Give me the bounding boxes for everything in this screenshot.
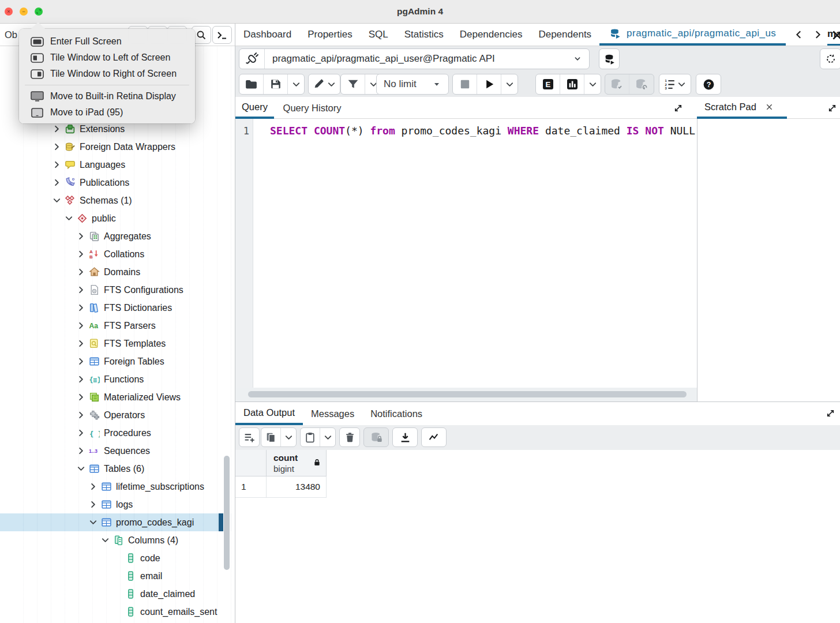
chevron-right-icon[interactable] — [76, 231, 86, 241]
tree-item-count-emails-sent[interactable]: count_emails_sent — [0, 603, 235, 621]
tree-item-public[interactable]: public — [0, 209, 235, 227]
chevron-down-icon[interactable] — [88, 517, 98, 527]
chevron-right-icon[interactable] — [76, 410, 86, 420]
tree-item-fts-dictionaries[interactable]: FTS Dictionaries — [0, 299, 235, 317]
chevron-right-icon[interactable] — [76, 356, 86, 366]
tree-item-code[interactable]: code — [0, 549, 235, 567]
add-row-button[interactable] — [239, 428, 259, 446]
tree-item-publications[interactable]: Publications — [0, 174, 235, 192]
save-options-chevron-button[interactable] — [288, 74, 304, 94]
execute-options-chevron-button[interactable] — [501, 74, 518, 94]
chevron-right-icon[interactable] — [76, 392, 86, 402]
tree-item-date-claimed[interactable]: date_claimed — [0, 585, 235, 603]
chevron-right-icon[interactable] — [52, 178, 62, 187]
chevron-right-icon[interactable] — [76, 321, 86, 331]
download-csv-button[interactable] — [393, 428, 417, 446]
tree-item-materialized-views[interactable]: Materialized Views — [0, 388, 235, 406]
close-scratch-pad-icon[interactable] — [764, 102, 775, 112]
tab-query-history[interactable]: Query History — [274, 97, 350, 119]
tree-item-email[interactable]: email — [0, 567, 235, 585]
main-tab-properties[interactable]: Properties — [299, 24, 360, 46]
macros-button[interactable]: 123 — [659, 74, 691, 94]
psql-tool-button[interactable] — [212, 26, 232, 44]
output-tab-notifications[interactable]: Notifications — [362, 402, 430, 425]
tree-item-collations[interactable]: ABCollations — [0, 245, 235, 263]
output-tab-messages[interactable]: Messages — [303, 402, 362, 425]
explain-options-chevron-button[interactable] — [584, 74, 601, 94]
tree-scrollbar[interactable] — [224, 456, 230, 570]
chevron-right-icon[interactable] — [88, 482, 98, 491]
new-connection-button[interactable] — [599, 48, 620, 69]
tab-query[interactable]: Query — [235, 97, 274, 119]
chevron-right-icon[interactable] — [52, 142, 62, 152]
sql-editor[interactable]: 1 SELECT COUNT(*) from promo_codes_kagi … — [235, 119, 697, 401]
delete-row-button[interactable] — [340, 428, 359, 446]
tree-item-functions[interactable]: {≡}Functions — [0, 370, 235, 388]
main-tab-query-tool[interactable]: pragmatic_api/pragmatic_api_us — [599, 24, 786, 46]
chevron-down-icon[interactable] — [76, 464, 86, 474]
editor-hscrollbar-thumb[interactable] — [248, 391, 687, 397]
commit-button[interactable] — [605, 74, 629, 94]
menu-item-enter-full-screen[interactable]: Enter Full Screen — [19, 33, 195, 50]
graph-visualiser-button[interactable] — [422, 428, 446, 446]
filter-button[interactable] — [341, 74, 365, 94]
chevron-right-icon[interactable] — [76, 249, 86, 259]
chevron-right-icon[interactable] — [52, 124, 62, 134]
menu-item-move-to-ipad-95-[interactable]: Move to iPad (95) — [19, 104, 195, 121]
main-tab-sql[interactable]: SQL — [361, 24, 396, 46]
row-number-cell[interactable]: 1 — [235, 476, 267, 498]
output-tab-data-output[interactable]: Data Output — [235, 402, 303, 425]
expand-scratch-pad-icon[interactable] — [826, 102, 838, 114]
tree-item-schemas-1-[interactable]: Schemas (1) — [0, 192, 235, 209]
chevron-right-icon[interactable] — [76, 303, 86, 313]
copy-options-chevron-button[interactable] — [281, 428, 296, 446]
paste-options-chevron-button[interactable] — [320, 428, 335, 446]
chevron-right-icon[interactable] — [76, 374, 86, 384]
menu-item-tile-window-to-left-of-screen[interactable]: Tile Window to Left of Screen — [19, 50, 195, 66]
help-button[interactable]: ? — [696, 74, 721, 94]
expand-editor-icon[interactable] — [672, 102, 684, 114]
main-tab-dependencies[interactable]: Dependencies — [452, 24, 531, 46]
tree-item-domains[interactable]: Domains — [0, 263, 235, 281]
edit-options-button[interactable] — [309, 74, 340, 94]
menu-item-move-to-built-in-retina-display[interactable]: Move to Built-in Retina Display — [19, 88, 195, 104]
explain-button[interactable]: E — [536, 74, 560, 94]
chevron-right-icon[interactable] — [76, 267, 86, 277]
main-tab-statistics[interactable]: Statistics — [396, 24, 452, 46]
grid-column-header[interactable]: countbigint — [267, 450, 327, 476]
tree-item-fts-configurations[interactable]: FTS Configurations — [0, 281, 235, 299]
menu-item-tile-window-to-right-of-screen[interactable]: Tile Window to Right of Screen — [19, 66, 195, 82]
scroll-tabs-right-icon[interactable] — [811, 28, 824, 41]
tree-item-procedures[interactable]: { }Procedures — [0, 424, 235, 442]
chevron-right-icon[interactable] — [52, 160, 62, 170]
tree-item-logs[interactable]: logs — [0, 496, 235, 513]
chevron-right-icon[interactable] — [76, 446, 86, 456]
close-tab-icon[interactable] — [831, 29, 840, 42]
data-cell[interactable]: 13480 — [267, 476, 327, 498]
tree-item-aggregates[interactable]: Aggregates — [0, 227, 235, 245]
execute-query-button[interactable] — [477, 74, 501, 94]
save-data-changes-button[interactable] — [364, 428, 388, 446]
tree-item-foreign-data-wrappers[interactable]: Foreign Data Wrappers — [0, 138, 235, 156]
save-file-button[interactable] — [264, 74, 288, 94]
editor-hscrollbar[interactable] — [235, 388, 697, 401]
new-query-tool-button[interactable] — [820, 48, 840, 69]
tree-item-fts-templates[interactable]: FTS Templates — [0, 335, 235, 352]
overflow-tab[interactable]: ma — [827, 24, 840, 46]
scratch-pad-panel[interactable] — [697, 119, 840, 401]
main-tab-dashboard[interactable]: Dashboard — [235, 24, 299, 46]
copy-button[interactable] — [261, 428, 281, 446]
tree-item-fts-parsers[interactable]: AaFTS Parsers — [0, 317, 235, 335]
tree-item-tables-6-[interactable]: Tables (6) — [0, 460, 235, 478]
row-limit-select-button[interactable]: No limit — [377, 74, 448, 94]
main-tab-dependents[interactable]: Dependents — [530, 24, 599, 46]
tree-item-lifetime-subscriptions[interactable]: lifetime_subscriptions — [0, 478, 235, 496]
chevron-right-icon[interactable] — [88, 500, 98, 509]
tree-item-columns-4-[interactable]: Columns (4) — [0, 531, 235, 549]
cancel-query-button[interactable] — [453, 74, 477, 94]
chevron-right-icon[interactable] — [76, 339, 86, 348]
tree-item-sequences[interactable]: 1..3Sequences — [0, 442, 235, 460]
scroll-tabs-left-icon[interactable] — [793, 28, 805, 41]
paste-button[interactable] — [301, 428, 320, 446]
chevron-down-icon[interactable] — [52, 196, 62, 205]
